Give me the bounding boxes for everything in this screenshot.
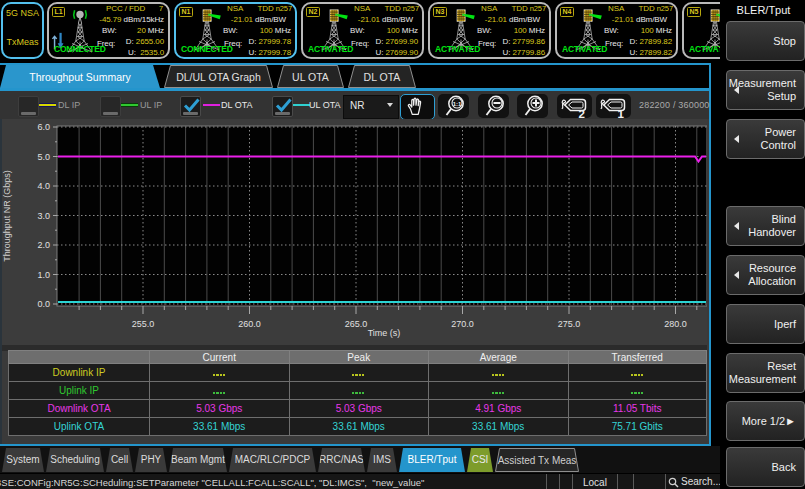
svg-text:2.0: 2.0 [37,240,50,250]
svg-text:270.0: 270.0 [451,319,474,329]
svg-text:DL OTA: DL OTA [364,71,401,83]
svg-text:1:1: 1:1 [453,101,462,107]
svg-text:UL OTA: UL OTA [292,71,329,83]
svg-text:DL/UL OTA Graph: DL/UL OTA Graph [176,71,261,83]
svg-text:260.0: 260.0 [238,319,261,329]
svg-text:1.0: 1.0 [37,270,50,280]
svg-text:Time (s): Time (s) [368,328,401,338]
svg-text:Throughput NR (Gbps): Throughput NR (Gbps) [2,170,12,262]
svg-text:Throughput Summary: Throughput Summary [29,71,131,83]
svg-text:Assisted Tx Meas: Assisted Tx Meas [498,455,577,466]
svg-text:255.0: 255.0 [132,319,155,329]
svg-text:5.0: 5.0 [37,152,50,162]
svg-text:0.0: 0.0 [37,299,50,309]
svg-text:4.0: 4.0 [37,181,50,191]
svg-text:265.0: 265.0 [345,319,368,329]
svg-text:275.0: 275.0 [558,319,581,329]
svg-text:3.0: 3.0 [37,211,50,221]
svg-text:280.0: 280.0 [664,319,687,329]
svg-text:6.0: 6.0 [37,122,50,132]
